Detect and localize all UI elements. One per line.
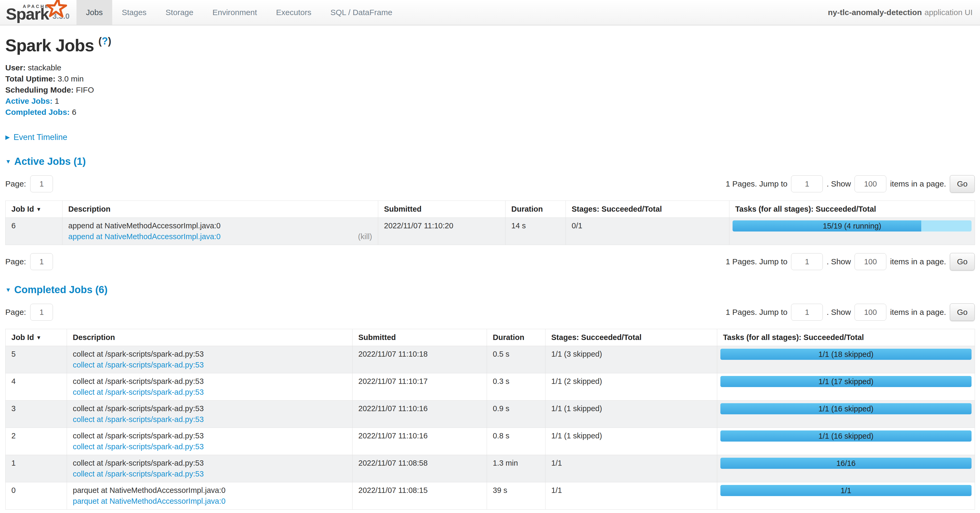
column-header-duration[interactable]: Duration: [506, 201, 566, 218]
column-header-stages[interactable]: Stages: Succeeded/Total: [566, 201, 729, 218]
items-per-page-input[interactable]: [854, 304, 886, 321]
sort-desc-icon: ▼: [36, 335, 41, 340]
job-description-text: collect at /spark-scripts/spark-ad.py:53: [73, 403, 347, 414]
column-header-tasks[interactable]: Tasks (for all stages): Succeeded/Total: [717, 329, 975, 346]
progress-label: 1/1 (17 skipped): [721, 376, 972, 387]
tab-executors[interactable]: Executors: [267, 0, 321, 25]
job-summary-list: User: stackableTotal Uptime: 3.0 minSche…: [5, 62, 975, 118]
page-title: Spark Jobs (?): [5, 35, 975, 55]
column-header-stages[interactable]: Stages: Succeeded/Total: [546, 329, 717, 346]
kill-link[interactable]: (kill): [358, 231, 372, 242]
application-title-suffix: application UI: [924, 8, 973, 17]
go-button[interactable]: Go: [950, 253, 975, 270]
column-header-job[interactable]: Job Id▼: [6, 329, 67, 346]
job-description-link[interactable]: parquet at NativeMethodAccessorImpl.java…: [73, 496, 226, 507]
job-description-cell: collect at /spark-scripts/spark-ad.py:53…: [67, 455, 353, 482]
tab-jobs[interactable]: Jobs: [76, 0, 112, 25]
show-label: . Show: [827, 257, 851, 266]
column-header-submitted[interactable]: Submitted: [378, 201, 506, 218]
summary-value: 3.0 min: [58, 74, 84, 83]
go-button[interactable]: Go: [950, 303, 975, 321]
pagination-bar: Page: 1 Pages. Jump to . Show items in a…: [5, 303, 975, 321]
tab-label: Executors: [276, 8, 311, 17]
active-jobs-heading[interactable]: ▼ Active Jobs (1): [5, 156, 975, 167]
column-label: Stages: Succeeded/Total: [572, 205, 662, 213]
tasks-progress-bar: 1/1 (17 skipped): [721, 376, 972, 387]
pages-count-text: 1 Pages. Jump to: [725, 257, 788, 266]
completed-jobs-table: Job Id▼DescriptionSubmittedDurationStage…: [5, 329, 975, 510]
pages-count-text: 1 Pages. Jump to: [725, 308, 788, 317]
top-navbar: APACHE Spark 3.3.0 JobsStagesStorageEnvi…: [0, 0, 980, 25]
completed-jobs-heading[interactable]: ▼ Completed Jobs (6): [5, 284, 975, 295]
tab-label: SQL / DataFrame: [331, 8, 393, 17]
items-per-page-input[interactable]: [854, 175, 886, 192]
job-row: 6 append at NativeMethodAccessorImpl.jav…: [6, 218, 975, 245]
expanded-arrow-icon: ▼: [5, 158, 11, 165]
help-paren-close: ): [108, 35, 111, 46]
job-description-link[interactable]: collect at /spark-scripts/spark-ad.py:53: [73, 441, 204, 452]
submitted-cell: 2022/11/07 11:10:18: [353, 346, 487, 373]
job-description-cell: collect at /spark-scripts/spark-ad.py:53…: [67, 400, 353, 428]
tasks-progress-bar: 1/1 (16 skipped): [721, 403, 972, 414]
jump-to-page-input[interactable]: [791, 304, 823, 321]
page-number-input[interactable]: [30, 304, 53, 321]
progress-label: 15/19 (4 running): [733, 221, 972, 232]
job-description-link[interactable]: append at NativeMethodAccessorImpl.java:…: [68, 231, 220, 242]
progress-label: 1/1 (16 skipped): [721, 430, 972, 442]
show-label: . Show: [827, 308, 851, 317]
help-link[interactable]: (?): [99, 35, 111, 46]
column-header-job[interactable]: Job Id▼: [6, 201, 62, 218]
summary-label-link[interactable]: Active Jobs:: [5, 97, 52, 105]
column-header-description[interactable]: Description: [67, 329, 353, 346]
jump-to-page-input[interactable]: [791, 175, 823, 192]
tab-environment[interactable]: Environment: [203, 0, 267, 25]
column-label: Tasks (for all stages): Succeeded/Total: [723, 333, 864, 341]
job-row: 0 parquet at NativeMethodAccessorImpl.ja…: [6, 482, 975, 510]
column-header-submitted[interactable]: Submitted: [353, 329, 487, 346]
column-header-tasks[interactable]: Tasks (for all stages): Succeeded/Total: [729, 201, 975, 218]
jump-to-page-input[interactable]: [791, 253, 823, 270]
help-paren-open: (: [99, 35, 102, 46]
tab-sql-dataframe[interactable]: SQL / DataFrame: [321, 0, 402, 25]
job-description-link[interactable]: collect at /spark-scripts/spark-ad.py:53: [73, 414, 204, 425]
job-description-link[interactable]: collect at /spark-scripts/spark-ad.py:53: [73, 359, 204, 370]
tab-stages[interactable]: Stages: [112, 0, 156, 25]
summary-item: Scheduling Mode: FIFO: [5, 84, 975, 95]
page-number-input[interactable]: [30, 253, 53, 270]
items-per-page-input[interactable]: [854, 253, 886, 270]
items-per-page-label: items in a page.: [890, 257, 946, 266]
sort-desc-icon: ▼: [36, 206, 41, 212]
summary-value: stackable: [28, 63, 61, 72]
job-row: 2 collect at /spark-scripts/spark-ad.py:…: [6, 428, 975, 455]
progress-label: 16/16: [721, 458, 972, 469]
column-label: Duration: [511, 205, 543, 213]
duration-cell: 0.9 s: [487, 400, 546, 428]
column-header-duration[interactable]: Duration: [487, 329, 546, 346]
stages-cell: 1/1 (1 skipped): [546, 400, 717, 428]
job-row: 1 collect at /spark-scripts/spark-ad.py:…: [6, 455, 975, 482]
job-description-cell: collect at /spark-scripts/spark-ad.py:53…: [67, 428, 353, 455]
job-id-cell: 1: [6, 455, 67, 482]
job-description-link[interactable]: collect at /spark-scripts/spark-ad.py:53: [73, 387, 204, 398]
pagination-bar: Page: 1 Pages. Jump to . Show items in a…: [5, 253, 975, 270]
page-label: Page:: [5, 257, 26, 266]
job-description-link[interactable]: collect at /spark-scripts/spark-ad.py:53: [73, 469, 204, 480]
event-timeline-toggle[interactable]: ▶ Event Timeline: [5, 133, 975, 142]
job-row: 3 collect at /spark-scripts/spark-ad.py:…: [6, 400, 975, 428]
spark-logo[interactable]: APACHE Spark 3.3.0: [0, 0, 76, 25]
page-number-input[interactable]: [30, 175, 53, 192]
summary-item: Completed Jobs: 6: [5, 106, 975, 118]
column-header-description[interactable]: Description: [62, 201, 378, 218]
tasks-progress-bar: 16/16: [721, 458, 972, 469]
progress-label: 1/1 (18 skipped): [721, 349, 972, 360]
summary-value: 6: [72, 108, 76, 116]
job-row: 5 collect at /spark-scripts/spark-ad.py:…: [6, 346, 975, 373]
tasks-cell: 16/16: [717, 455, 975, 482]
tab-label: Environment: [213, 8, 257, 17]
go-button[interactable]: Go: [950, 175, 975, 192]
collapsed-arrow-icon: ▶: [5, 134, 10, 141]
tab-storage[interactable]: Storage: [156, 0, 203, 25]
tasks-cell: 1/1 (17 skipped): [717, 373, 975, 400]
summary-label: Scheduling Mode:: [5, 86, 73, 94]
summary-label-link[interactable]: Completed Jobs:: [5, 108, 70, 116]
